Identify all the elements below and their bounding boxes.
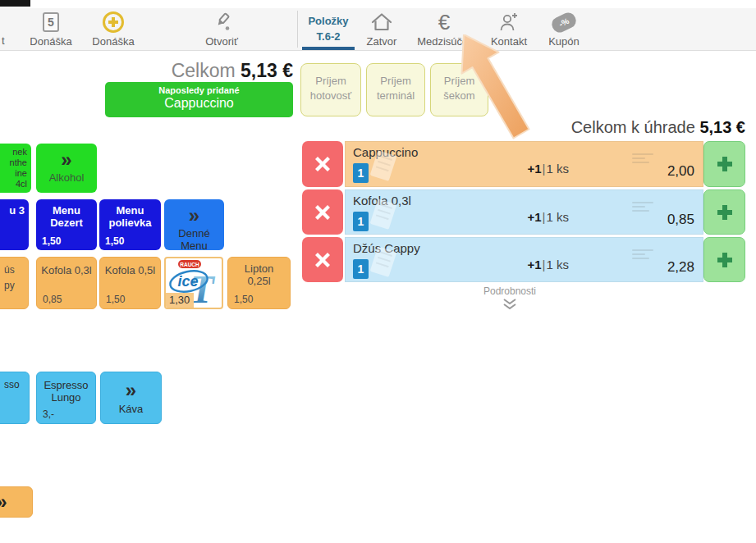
payment-cheque-button[interactable]: Príjem šekom — [430, 63, 488, 116]
circle-plus-icon — [103, 11, 124, 33]
product-price: 1,50 — [106, 294, 125, 305]
product-label: Lipton — [228, 262, 290, 275]
category-label: Alkohol — [49, 171, 85, 184]
add-item-button[interactable] — [703, 141, 745, 187]
last-added-caption: Naposledy pridané — [105, 85, 293, 95]
payment-label: Príjem — [367, 74, 424, 89]
product-button-cut-alcohol[interactable]: nek nthe ine 4cl — [0, 144, 31, 193]
order-item-qty: +1|1 ks — [527, 210, 569, 224]
toolbar-item-label: Donáška — [80, 35, 146, 48]
add-item-button[interactable] — [703, 189, 745, 235]
toolbar-item-delivery-add[interactable]: Donáška — [80, 10, 146, 49]
add-item-button[interactable] — [703, 237, 745, 282]
toolbar-divider — [297, 11, 298, 48]
close-icon — [314, 252, 331, 268]
details-label: Podrobnosti — [440, 285, 580, 297]
svg-text:RAUCH: RAUCH — [180, 262, 199, 267]
total-label: Celkom — [172, 60, 236, 81]
category-label: Káva — [119, 403, 144, 415]
product-label: polievka — [99, 217, 161, 229]
order-row: Kofola 0,3l 1 +1|1 ks 0,85 — [302, 189, 745, 235]
product-button-cut-bottom[interactable]: » — [0, 486, 33, 518]
due-total-label: Celkom k úhrade — [571, 118, 695, 136]
product-button-espresso-lungo[interactable]: Espresso Lungo 3,- — [36, 372, 96, 424]
product-label: Espresso — [37, 379, 95, 391]
details-expander[interactable]: Podrobnosti — [440, 285, 580, 313]
quantity-badge: 1 — [353, 259, 369, 279]
double-chevron-icon: » — [126, 381, 136, 400]
last-added-item: Cappuccino — [105, 96, 293, 111]
toolbar-item-coupon[interactable]: -% Kupón — [531, 10, 597, 49]
order-item-price: 2,00 — [667, 163, 694, 180]
total-value: 5,13 € — [241, 60, 293, 81]
category-button-denne[interactable]: » Denné Menu — [164, 199, 224, 250]
payment-cash-button[interactable]: Príjem hotovosť — [300, 63, 361, 116]
toolbar-item-label: Zatvor — [349, 35, 415, 48]
product-button-menu-polievka[interactable]: Menu polievka 1,50 — [99, 199, 161, 250]
product-label-fragment: sso — [4, 379, 20, 390]
window-fragment — [0, 0, 30, 7]
discount-tag-icon: -% — [549, 10, 578, 34]
double-chevron-icon: » — [189, 206, 199, 226]
product-button-kofola-05[interactable]: Kofola 0,5l 1,50 — [99, 257, 161, 309]
product-button-ice-tea[interactable]: T ice RAUCH 1,30 — [164, 257, 223, 309]
drag-handle-icon[interactable] — [632, 202, 655, 214]
payment-label: Príjem — [431, 74, 488, 89]
quantity-badge: 1 — [353, 212, 369, 231]
product-price: 1,50 — [105, 235, 124, 247]
category-button-alkohol[interactable]: » Alkohol — [36, 144, 97, 193]
tab-label-line1: Položky — [302, 15, 355, 27]
plus-icon — [716, 203, 734, 221]
order-item-body[interactable]: Džús Cappy 1 +1|1 ks 2,28 — [345, 237, 703, 282]
toolbar-item-label: Kupón — [531, 35, 597, 48]
product-price: 0,85 — [43, 294, 62, 305]
category-button-kava[interactable]: » Káva — [100, 372, 162, 424]
remove-item-button[interactable] — [302, 141, 343, 187]
close-icon — [314, 156, 331, 172]
order-item-price: 0,85 — [667, 212, 694, 228]
order-item-price: 2,28 — [667, 259, 694, 276]
droplet-icon — [226, 26, 230, 30]
product-button-kofola-03[interactable]: Kofola 0,3l 0,85 — [36, 257, 97, 309]
order-row: Cappuccino 1 +1|1 ks 2,00 — [302, 141, 745, 187]
product-button-cut-dzus[interactable]: ús py — [0, 257, 29, 309]
product-label: Dezert — [36, 217, 97, 229]
last-added-button[interactable]: Naposledy pridané Cappuccino — [105, 82, 293, 117]
product-price: 1,50 — [42, 235, 61, 247]
drag-handle-icon[interactable] — [632, 249, 655, 262]
product-label: Menu — [99, 204, 161, 217]
product-button-cut-espresso[interactable]: sso — [0, 372, 30, 424]
order-row: Džús Cappy 1 +1|1 ks 2,28 — [302, 237, 745, 282]
order-item-body[interactable]: Kofola 0,3l 1 +1|1 ks 0,85 — [345, 189, 703, 235]
close-icon — [314, 204, 331, 221]
toolbar-item-delivery-count[interactable]: 5 Donáška — [18, 10, 84, 49]
toolbar-item-open[interactable]: Otvoriť — [189, 10, 254, 49]
toolbar-item-label: Medzisúčet — [407, 35, 481, 48]
product-price: 3,- — [43, 408, 54, 420]
drag-handle-icon[interactable] — [632, 153, 655, 166]
product-price: 1,50 — [234, 294, 253, 305]
toolbar-item-close-bill[interactable]: Zatvor — [349, 10, 415, 49]
product-button-lipton[interactable]: Lipton 0,25l 1,50 — [227, 257, 291, 309]
active-tab-underline — [302, 47, 355, 50]
product-button-menu-dezert[interactable]: Menu Dezert 1,50 — [36, 199, 97, 250]
product-label-fragment: ús — [4, 262, 28, 278]
tab-items-active[interactable]: Položky T.6-2 — [302, 15, 355, 43]
toolbar-partial-label[interactable]: t — [2, 34, 5, 47]
order-item-body[interactable]: Cappuccino 1 +1|1 ks 2,00 — [345, 141, 703, 187]
payment-label: terminál — [367, 89, 424, 103]
payment-terminal-button[interactable]: Príjem terminál — [366, 63, 425, 116]
toolbar-item-subtotal[interactable]: € Medzisúčet — [407, 10, 481, 49]
toolbar-item-label: Donáška — [18, 35, 84, 48]
product-label-fragment: u 3 — [9, 204, 25, 217]
marker-pen-icon — [211, 11, 232, 33]
product-label: Kofola 0,5l — [100, 264, 160, 276]
five-badge-icon: 5 — [43, 12, 59, 32]
quantity-badge: 1 — [353, 163, 369, 183]
remove-item-button[interactable] — [302, 189, 343, 235]
product-button-cut-menu3[interactable]: u 3 — [0, 199, 29, 250]
payment-label: šekom — [431, 89, 488, 103]
chevron-double-down-icon — [502, 299, 517, 310]
person-plus-icon — [497, 11, 520, 33]
remove-item-button[interactable] — [302, 237, 343, 282]
